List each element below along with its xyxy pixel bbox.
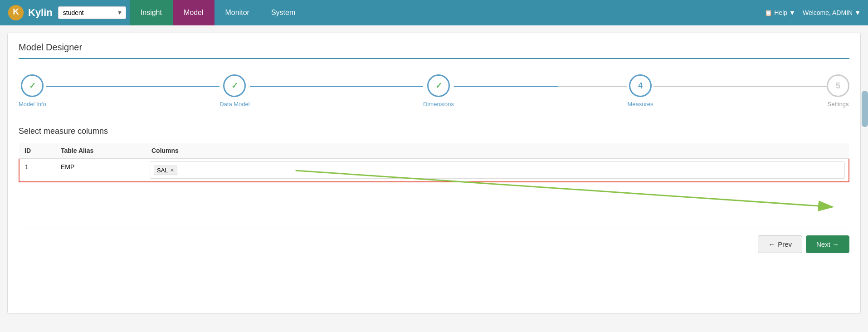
step-settings: 5 Settings: [827, 74, 849, 107]
row-alias: EMP: [55, 158, 146, 182]
sal-tag-close[interactable]: ✕: [170, 167, 174, 173]
step-3-circle: ✓: [427, 74, 450, 97]
help-dropdown-icon: ▼: [789, 9, 795, 16]
connector-1: [46, 86, 219, 87]
step-model-info: ✓ Model Info: [19, 74, 46, 107]
navbar: K Kylin student ▼ Insight Model Monitor …: [0, 0, 868, 25]
col-columns: Columns: [146, 143, 849, 158]
step-1-circle: ✓: [21, 74, 44, 97]
measure-table: ID Table Alias Columns 1 EMP: [19, 143, 849, 182]
step-5-label: Settings: [828, 101, 849, 107]
user-dropdown-icon: ▼: [854, 9, 861, 16]
nav-system[interactable]: System: [260, 0, 306, 25]
brand-logo-area: K Kylin: [7, 4, 53, 21]
step-5-circle: 5: [827, 74, 849, 97]
sal-tag-label: SAL: [157, 167, 168, 174]
navbar-right: 📋 Help ▼ Welcome, ADMIN ▼: [765, 9, 861, 16]
step-measures: 4 Measures: [627, 74, 653, 107]
sal-tag: SAL ✕: [154, 166, 177, 175]
next-label: Next →: [816, 240, 839, 248]
step-4-label: Measures: [627, 101, 653, 107]
col-alias: Table Alias: [55, 143, 146, 158]
nav-links: Insight Model Monitor System: [130, 0, 765, 25]
step-4-circle: 4: [629, 74, 652, 97]
next-button[interactable]: Next →: [806, 235, 849, 253]
row-id: 1: [19, 158, 55, 182]
col-id: ID: [19, 143, 55, 158]
user-menu-button[interactable]: Welcome, ADMIN ▼: [803, 9, 861, 16]
table-header: ID Table Alias Columns: [19, 143, 849, 158]
scrollbar[interactable]: [862, 91, 868, 127]
page-title: Model Designer: [19, 42, 849, 59]
columns-input-area[interactable]: SAL ✕: [150, 161, 845, 179]
table-row: 1 EMP SAL ✕: [19, 158, 849, 182]
measure-section: Select measure columns ID Table Alias Co…: [19, 127, 849, 182]
connector-3: [454, 86, 627, 87]
connector-4: [653, 86, 827, 87]
step-1-label: Model Info: [19, 101, 46, 107]
step-2-circle: ✓: [223, 74, 246, 97]
nav-monitor[interactable]: Monitor: [215, 0, 260, 25]
step-3-label: Dimensions: [423, 101, 454, 107]
footer-actions: ← Prev Next →: [19, 228, 849, 260]
project-select-input[interactable]: student: [58, 6, 126, 19]
prev-arrow-icon: ←: [768, 240, 775, 248]
row-columns[interactable]: SAL ✕: [146, 158, 849, 182]
brand-name: Kylin: [28, 7, 53, 19]
svg-text:K: K: [13, 7, 19, 16]
help-button[interactable]: 📋 Help ▼: [765, 9, 795, 16]
nav-insight[interactable]: Insight: [130, 0, 173, 25]
step-data-model: ✓ Data Model: [219, 74, 249, 107]
kylin-logo: K: [7, 4, 24, 21]
prev-button[interactable]: ← Prev: [758, 235, 802, 253]
section-title: Select measure columns: [19, 127, 849, 136]
nav-model[interactable]: Model: [173, 0, 215, 25]
main-content: Model Designer ✓ Model Info ✓ Data Model…: [7, 33, 861, 314]
step-2-label: Data Model: [219, 101, 249, 107]
step-dimensions: ✓ Dimensions: [423, 74, 454, 107]
connector-2: [250, 86, 423, 87]
help-label: Help: [774, 9, 787, 16]
prev-label: Prev: [778, 240, 792, 248]
stepper: ✓ Model Info ✓ Data Model ✓ Dimensions 4…: [19, 70, 849, 112]
help-icon: 📋: [765, 9, 772, 16]
project-selector[interactable]: student ▼: [58, 6, 126, 19]
user-label: Welcome, ADMIN: [803, 9, 853, 16]
